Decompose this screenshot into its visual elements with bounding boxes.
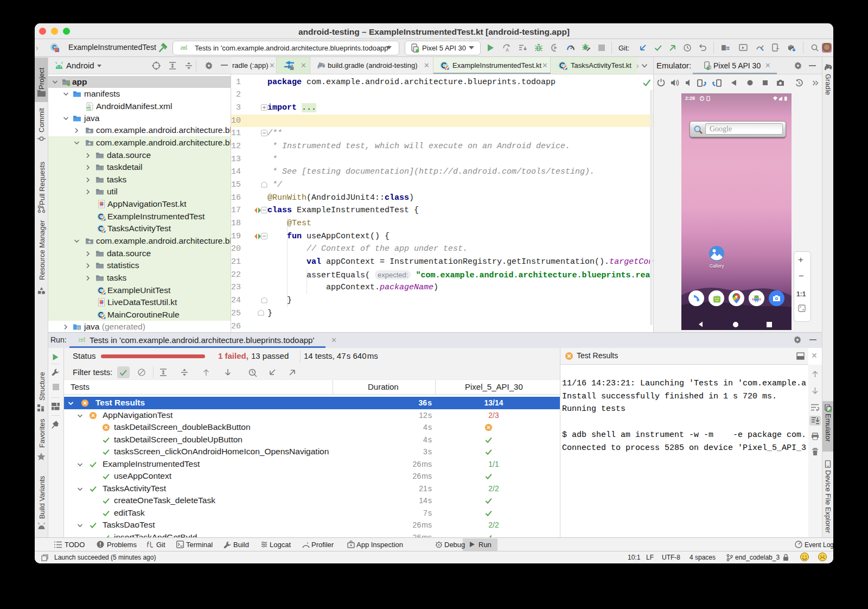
svg-text:A: A	[506, 47, 509, 53]
